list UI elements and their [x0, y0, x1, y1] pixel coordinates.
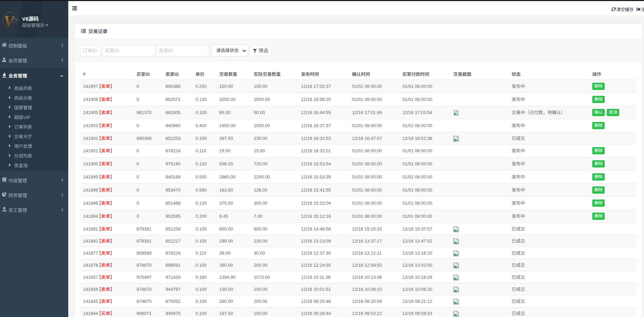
svg-text:8: 8: [12, 15, 18, 29]
